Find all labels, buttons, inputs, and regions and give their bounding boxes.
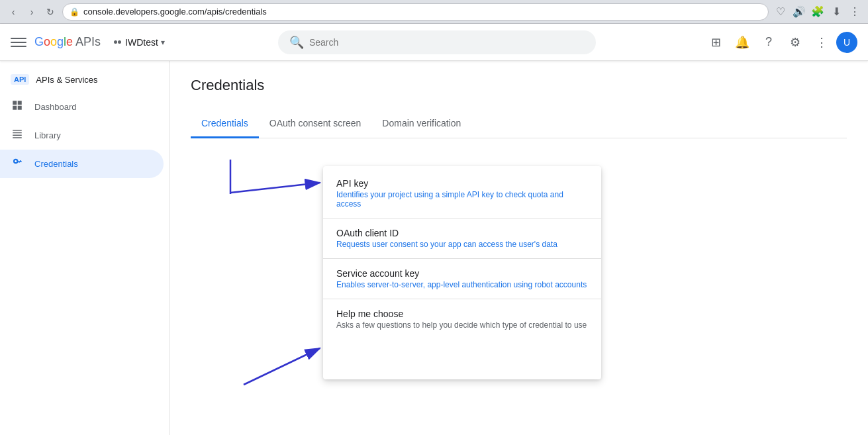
tab-oauth[interactable]: OAuth consent screen [259,110,372,138]
url-text: console.developers.google.com/apis/crede… [83,7,761,17]
dropdown-divider-1 [323,218,601,218]
credentials-icon [11,156,24,171]
project-dots-icon [114,40,121,44]
dropdown-divider-3 [323,299,601,299]
search-input[interactable] [309,37,585,48]
oauth-title: OAuth client ID [336,228,588,238]
sidebar-item-dashboard[interactable]: Dashboard [0,93,164,121]
tabs: Credentials OAuth consent screen Domain … [191,110,847,138]
service-account-desc: Enables server-to-server, app-level auth… [336,280,588,289]
app-header: Google APIs IWDtest ▾ 🔍 ⊞ 🔔 ? ⚙ ⋮ U [0,24,868,61]
address-bar[interactable]: 🔒 console.developers.google.com/apis/cre… [62,3,769,21]
bookmark-icon[interactable]: ♡ [773,4,789,20]
svg-rect-1 [18,101,22,105]
header-actions: ⊞ 🔔 ? ⚙ ⋮ U [704,30,857,54]
svg-rect-5 [13,132,22,134]
oauth-desc: Requests user consent so your app can ac… [336,240,588,249]
svg-rect-2 [13,106,17,110]
dropdown-menu: API key Identifies your project using a … [323,166,601,379]
download-icon[interactable]: ⬇ [828,4,844,20]
library-icon [11,128,24,143]
svg-line-15 [230,183,320,193]
svg-point-9 [15,160,17,162]
search-bar[interactable]: 🔍 [278,30,596,54]
apis-text: APIs [75,35,101,49]
forward-button[interactable]: › [24,4,40,20]
help-desc: Asks a few questions to help you decide … [336,320,588,330]
svg-rect-0 [13,101,17,105]
svg-line-17 [244,348,320,385]
reload-button[interactable]: ↻ [42,4,58,20]
browser-bar: ‹ › ↻ 🔒 console.developers.google.com/ap… [0,0,868,24]
svg-rect-12 [19,162,20,163]
svg-rect-11 [21,160,22,162]
service-account-title: Service account key [336,268,588,279]
sidebar-item-label: Library [34,130,61,140]
help-icon[interactable]: ? [757,30,781,54]
main-content: Credentials Credentials OAuth consent sc… [169,61,868,435]
tab-credentials[interactable]: Credentials [191,110,259,138]
dropdown-item-oauth[interactable]: OAuth client ID Requests user consent so… [323,221,601,256]
app-body: API APIs & Services Dashboard Library Cr… [0,61,868,435]
project-dropdown-icon: ▾ [161,38,165,47]
google-apis-logo: Google APIs [34,35,101,49]
apps-icon[interactable]: ⊞ [704,30,728,54]
hamburger-menu[interactable] [11,34,26,50]
sidebar-header: API APIs & Services [0,66,169,93]
sidebar-item-library[interactable]: Library [0,121,164,150]
tab-domain[interactable]: Domain verification [371,110,471,138]
api-key-desc: Identifies your project using a simple A… [336,190,588,209]
svg-rect-4 [13,130,22,131]
dropdown-item-help[interactable]: Help me choose Asks a few questions to h… [323,302,601,336]
settings-icon[interactable]: ⚙ [783,30,807,54]
browser-controls: ‹ › ↻ [5,4,58,20]
page-title: Credentials [191,77,847,94]
browser-actions: ♡ 🔊 🧩 ⬇ ⋮ [773,4,863,20]
sidebar-item-label: Credentials [34,159,78,169]
search-icon: 🔍 [289,35,304,50]
lock-icon: 🔒 [70,7,79,17]
svg-rect-7 [13,137,22,138]
more-options-icon[interactable]: ⋮ [810,30,834,54]
api-badge: API [11,74,29,85]
back-button[interactable]: ‹ [5,4,21,20]
notification-icon[interactable]: 🔔 [730,30,754,54]
dropdown-item-service-account[interactable]: Service account key Enables server-to-se… [323,262,601,296]
volume-icon[interactable]: 🔊 [791,4,807,20]
sidebar-app-title: APIs & Services [36,75,97,85]
dropdown-item-api-key[interactable]: API key Identifies your project using a … [323,171,601,215]
help-title: Help me choose [336,309,588,319]
dropdown-divider-2 [323,258,601,259]
sidebar-item-credentials[interactable]: Credentials [0,150,164,178]
dashboard-icon [11,99,24,115]
menu-icon[interactable]: ⋮ [847,4,863,20]
api-key-title: API key [336,178,588,189]
project-name: IWDtest [125,37,158,48]
sidebar: API APIs & Services Dashboard Library Cr… [0,61,169,435]
svg-rect-3 [18,106,22,110]
svg-rect-6 [13,135,22,136]
sidebar-item-label: Dashboard [34,102,77,112]
search-bar-container: 🔍 [178,30,696,54]
project-selector[interactable]: IWDtest ▾ [109,30,170,54]
extension-icon[interactable]: 🧩 [810,4,826,20]
avatar[interactable]: U [836,32,857,53]
